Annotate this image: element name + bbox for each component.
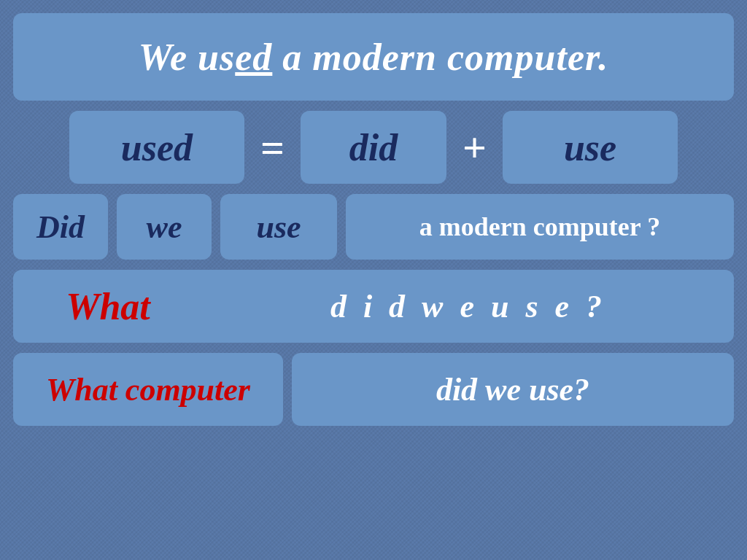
main-sentence-card: We used a modern computer. — [13, 13, 734, 101]
equation-row: used = did + use — [13, 111, 734, 184]
what-answer-text: d i d w e u s e ? — [330, 288, 606, 325]
word-used: used — [99, 126, 214, 169]
whatcomp-answer-text: did we use? — [436, 371, 589, 408]
word-use-card: use — [503, 111, 678, 184]
underline-ed: ed — [235, 36, 272, 78]
word-did-q: Did — [20, 209, 101, 246]
word-use-q-card: use — [220, 194, 337, 260]
word-did-card: did — [301, 111, 446, 184]
main-sentence-text: We used a modern computer. — [139, 36, 609, 79]
question-row: Did we use a modern computer ? — [13, 194, 734, 260]
word-did: did — [328, 126, 419, 169]
word-did-q-card: Did — [13, 194, 108, 260]
what-row: What d i d w e u s e ? — [13, 270, 734, 343]
what-answer-card: d i d w e u s e ? — [203, 288, 734, 325]
whatcomp-label-card: What computer — [13, 353, 283, 426]
word-used-card: used — [69, 111, 244, 184]
word-use: use — [542, 126, 638, 169]
word-we-card: we — [117, 194, 212, 260]
word-we: we — [131, 209, 198, 246]
what-label-text: What — [66, 285, 150, 328]
equals-symbol: = — [253, 123, 292, 172]
what-label-card: What — [13, 270, 203, 343]
whatcomp-answer-card: did we use? — [292, 353, 734, 426]
word-use-q: use — [240, 209, 317, 246]
phrase-computer-card: a modern computer ? — [346, 194, 734, 260]
phrase-computer: a modern computer ? — [403, 211, 676, 242]
whatcomp-row: What computer did we use? — [13, 353, 734, 426]
whatcomp-label-text: What computer — [46, 371, 250, 408]
plus-symbol: + — [455, 123, 494, 172]
